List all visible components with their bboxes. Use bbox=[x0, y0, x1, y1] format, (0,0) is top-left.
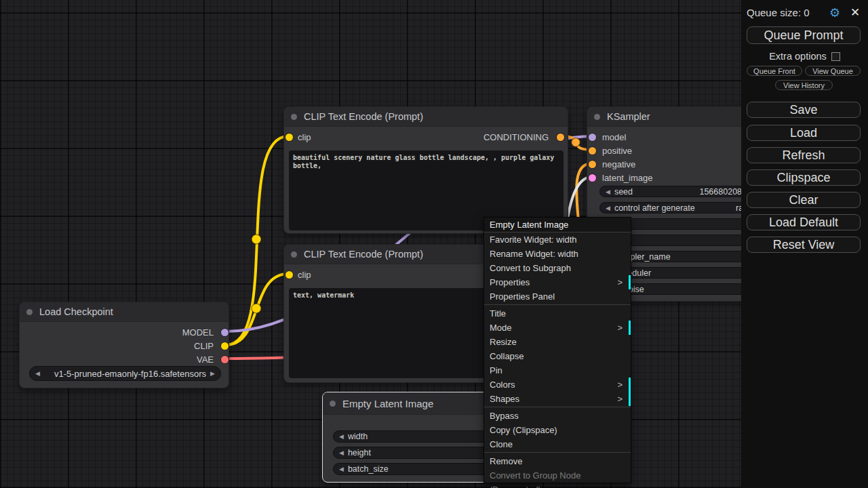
input-slot-clip-icon[interactable] bbox=[285, 134, 293, 141]
link-midpoint-dot-icon[interactable] bbox=[252, 235, 261, 244]
link-midpoint-dot-icon[interactable] bbox=[252, 304, 261, 313]
submenu-arrow-icon: > bbox=[617, 392, 623, 406]
view-history-button[interactable]: View History bbox=[775, 80, 833, 90]
node-title: Load Checkpoint bbox=[39, 306, 113, 317]
widget-ckpt-name[interactable]: ◀ v1-5-pruned-emaonly-fp16.safetensors ▶ bbox=[29, 366, 221, 381]
collapse-dot-icon[interactable] bbox=[330, 401, 336, 407]
menu-separator bbox=[484, 407, 631, 407]
output-slot-model-icon[interactable] bbox=[221, 329, 229, 336]
collapse-dot-icon[interactable] bbox=[291, 251, 297, 258]
output-slot-label: CLIP bbox=[194, 341, 214, 351]
output-slot-vae-icon[interactable] bbox=[221, 356, 229, 363]
menu-item-properties[interactable]: Properties> bbox=[484, 275, 631, 289]
output-slot-label: CONDITIONING bbox=[484, 132, 549, 142]
menu-item-favorite-widget[interactable]: Favorite Widget: width bbox=[484, 232, 631, 247]
clear-button[interactable]: Clear bbox=[747, 192, 861, 208]
menu-item-bypass[interactable]: Bypass bbox=[484, 409, 631, 423]
menu-item-resize[interactable]: Resize bbox=[484, 335, 631, 349]
context-menu-title: Empty Latent Image bbox=[484, 218, 631, 232]
menu-item-title[interactable]: Title bbox=[484, 306, 631, 321]
collapse-dot-icon[interactable] bbox=[594, 114, 600, 120]
menu-item-remove[interactable]: Remove bbox=[484, 454, 631, 468]
view-queue-button[interactable]: View Queue bbox=[805, 66, 861, 76]
next-option-arrow-icon[interactable]: ▶ bbox=[210, 370, 215, 377]
input-slot-negative-icon[interactable] bbox=[589, 161, 596, 168]
extra-options-row: Extra options bbox=[741, 51, 868, 62]
widget-seed[interactable]: ◀ seed 1566802087 bbox=[599, 186, 755, 197]
widget-label: height bbox=[348, 448, 371, 458]
menu-item-clone[interactable]: Clone bbox=[484, 437, 631, 451]
input-slot-label: negative bbox=[602, 159, 635, 169]
menu-item-properties-panel[interactable]: Properties Panel bbox=[484, 289, 631, 304]
widget-label: control after generate bbox=[614, 203, 695, 213]
collapse-dot-icon[interactable] bbox=[26, 309, 33, 315]
menu-separator bbox=[484, 452, 631, 453]
menu-item-collapse[interactable]: Collapse bbox=[484, 349, 631, 363]
widget-value: 1566802087 bbox=[699, 187, 747, 197]
menu-item-convert-to-subgraph[interactable]: Convert to Subgraph bbox=[484, 261, 631, 275]
input-slot-model-icon[interactable] bbox=[589, 134, 596, 141]
menu-item-rename-widget[interactable]: Rename Widget: width bbox=[484, 247, 631, 261]
menu-item-label: Shapes bbox=[490, 394, 519, 404]
menu-item-colors[interactable]: Colors> bbox=[484, 378, 631, 392]
menu-item-label: Colors bbox=[490, 380, 515, 390]
submenu-arrow-icon: > bbox=[617, 378, 623, 392]
queue-prompt-button[interactable]: Queue Prompt bbox=[747, 26, 861, 44]
load-default-button[interactable]: Load Default bbox=[747, 214, 861, 230]
decrement-arrow-icon[interactable]: ◀ bbox=[606, 205, 610, 211]
clipspace-button[interactable]: Clipspace bbox=[747, 169, 861, 186]
widget-control-after-generate[interactable]: ◀ control after generate rando bbox=[599, 202, 755, 214]
menu-item-copy-clipspace[interactable]: Copy (Clipspace) bbox=[484, 423, 631, 437]
input-slot-label: clip bbox=[298, 132, 311, 142]
decrement-arrow-icon[interactable]: ◀ bbox=[339, 433, 344, 440]
submenu-accent-bar bbox=[629, 378, 631, 392]
refresh-button[interactable]: Refresh bbox=[747, 147, 861, 163]
extra-options-label: Extra options bbox=[769, 51, 827, 62]
decrement-arrow-icon[interactable]: ◀ bbox=[339, 466, 344, 472]
extra-options-checkbox[interactable] bbox=[831, 52, 840, 61]
menu-item-label: Remove bbox=[490, 456, 522, 466]
context-menu: Empty Latent Image Favorite Widget: widt… bbox=[484, 217, 631, 483]
input-slot-label: latent_image bbox=[602, 173, 652, 183]
input-slot-positive-icon[interactable] bbox=[589, 147, 596, 155]
save-button[interactable]: Save bbox=[747, 102, 861, 118]
menu-item-convert-to-group-node: Convert to Group Node (Deprecated) bbox=[484, 468, 631, 483]
link-midpoint-dot-icon[interactable] bbox=[572, 138, 580, 147]
queue-front-button[interactable]: Queue Front bbox=[747, 66, 802, 76]
settings-gear-icon[interactable]: ⚙ bbox=[829, 5, 840, 20]
output-slot-label: MODEL bbox=[182, 327, 214, 338]
decrement-arrow-icon[interactable]: ◀ bbox=[606, 188, 610, 195]
node-load-checkpoint[interactable]: Load Checkpoint MODEL CLIP VAE ◀ v1-5-pr… bbox=[19, 302, 229, 388]
node-header[interactable]: CLIP Text Encode (Prompt) bbox=[284, 107, 568, 127]
output-slot-label: VAE bbox=[197, 354, 214, 365]
menu-item-label: Collapse bbox=[490, 351, 524, 361]
menu-separator bbox=[484, 304, 631, 305]
menu-item-label: Clone bbox=[490, 439, 513, 449]
input-slot-label: clip bbox=[298, 270, 311, 280]
close-icon[interactable]: ✕ bbox=[850, 5, 860, 20]
widget-label: batch_size bbox=[348, 464, 389, 474]
menu-item-mode[interactable]: Mode> bbox=[484, 321, 631, 335]
node-header[interactable]: KSampler bbox=[587, 107, 763, 127]
collapse-dot-icon[interactable] bbox=[291, 114, 297, 120]
queue-size-label: Queue size: 0 bbox=[747, 7, 810, 18]
input-slot-latent-image-icon[interactable] bbox=[589, 174, 596, 182]
menu-item-label: Properties bbox=[490, 277, 530, 287]
load-button[interactable]: Load bbox=[747, 125, 861, 141]
input-slot-clip-icon[interactable] bbox=[285, 271, 293, 279]
menu-item-pin[interactable]: Pin bbox=[484, 363, 631, 378]
menu-item-label: Properties Panel bbox=[490, 291, 555, 302]
decrement-arrow-icon[interactable]: ◀ bbox=[339, 449, 344, 456]
reset-view-button[interactable]: Reset View bbox=[747, 237, 861, 253]
widget-label: width bbox=[348, 432, 368, 441]
menu-item-label: Convert to Subgraph bbox=[490, 263, 571, 273]
output-slot-conditioning-icon[interactable] bbox=[557, 134, 564, 141]
menu-item-label: Copy (Clipspace) bbox=[490, 425, 557, 435]
sidebar-panel: Queue size: 0 ⚙ ✕ Queue Prompt Extra opt… bbox=[741, 0, 868, 488]
node-title: CLIP Text Encode (Prompt) bbox=[304, 249, 423, 260]
node-header[interactable]: Load Checkpoint bbox=[20, 302, 229, 322]
prev-option-arrow-icon[interactable]: ◀ bbox=[35, 370, 40, 377]
menu-item-shapes[interactable]: Shapes> bbox=[484, 392, 631, 406]
node-clip-text-encode-positive[interactable]: CLIP Text Encode (Prompt) clip CONDITION… bbox=[283, 106, 568, 234]
output-slot-clip-icon[interactable] bbox=[221, 342, 229, 350]
